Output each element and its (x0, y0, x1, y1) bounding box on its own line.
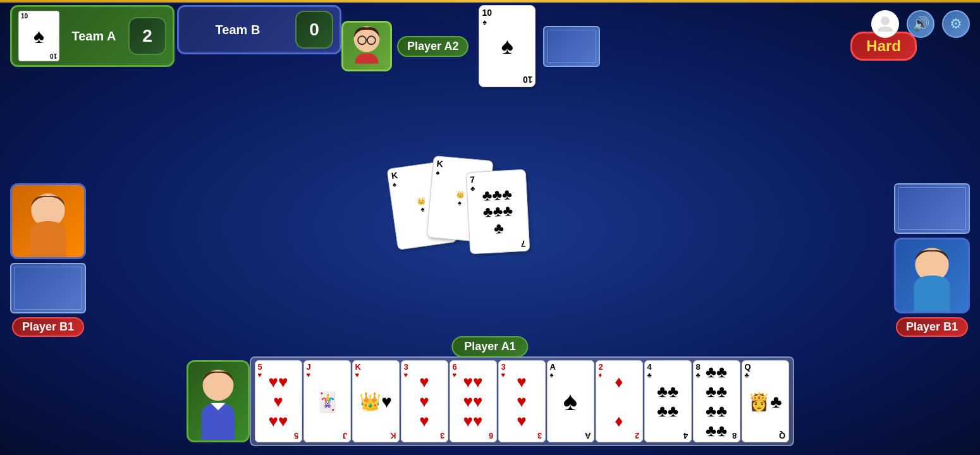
team-a-top-card: 10 ♠ 10 (18, 11, 59, 61)
player-b1-right-avatar (894, 238, 970, 313)
top-controls: 🔊 ⚙ (871, 10, 970, 38)
player-a2-card-stack (543, 26, 600, 67)
player-b1-right-name: Player B1 (896, 317, 968, 337)
card-3h2[interactable]: 3 ♥ ♥♥♥ 3 (498, 360, 546, 442)
player-a2-avatar (341, 21, 392, 71)
player-a2-area: Player A2 10 ♠ ♠ 10 (341, 5, 600, 87)
card-kh[interactable]: K ♥ 👑♥ K (352, 360, 400, 442)
team-b-panel: Team B 0 (177, 5, 341, 54)
card-2d[interactable]: 2 ♦ ♦♦ 2 (596, 360, 643, 442)
user-avatar-button[interactable] (871, 10, 899, 38)
team-b-score: 0 (295, 11, 333, 49)
card-8c[interactable]: 8 ♣ ♣♣♣♣♣♣♣♣ 8 (693, 360, 740, 442)
sound-button[interactable]: 🔊 (907, 10, 934, 38)
player-a2-name: Player A2 (397, 36, 469, 57)
card-as[interactable]: A ♠ ♠ A (547, 360, 594, 442)
center-play-area: K ♠ 👑♠ K K ♠ 👑♠ K 7 ♣ ♣♣♣♣♣♣♣ 7 (367, 145, 588, 272)
player-b1-right-area: Player B1 (894, 183, 970, 337)
center-card-3: 7 ♣ ♣♣♣♣♣♣♣ 7 (466, 169, 530, 255)
card-5h[interactable]: 5 ♥ ♥♥♥♥♥ 5 (255, 360, 302, 442)
card-qc[interactable]: Q ♣ 👸♣ Q (742, 360, 789, 442)
team-b-label: Team B (185, 23, 290, 37)
team-a-label: Team A (64, 29, 123, 44)
team-a-score: 2 (128, 17, 166, 55)
player-a1-area: Player A1 5 ♥ ♥♥♥♥♥ 5 J ♥ (0, 348, 980, 455)
card-4c[interactable]: 4 ♣ ♣♣♣♣ 4 (644, 360, 692, 442)
player-b1-left-name: Player B1 (12, 317, 84, 337)
player-a2-played-card: 10 ♠ ♠ 10 (479, 5, 536, 87)
card-6h[interactable]: 6 ♥ ♥♥♥♥♥♥ 6 (450, 360, 497, 442)
team-a-panel: 10 ♠ 10 Team A 2 (10, 5, 175, 67)
settings-button[interactable]: ⚙ (942, 10, 970, 38)
player-a1-name: Player A1 (451, 336, 528, 357)
player-b1-right-cards (894, 183, 970, 234)
player-a1-avatar (187, 360, 250, 442)
card-3h[interactable]: 3 ♥ ♥♥♥ 3 (401, 360, 448, 442)
card-jh[interactable]: J ♥ 🃏 J (303, 360, 351, 442)
player-a1-hand: 5 ♥ ♥♥♥♥♥ 5 J ♥ 🃏 J K ♥ 👑♥ (250, 356, 794, 446)
player-b1-left-area: Player B1 (10, 183, 86, 337)
player-b1-left-cards (10, 263, 86, 313)
player-b1-left-avatar (10, 183, 86, 259)
svg-point-6 (881, 16, 890, 25)
